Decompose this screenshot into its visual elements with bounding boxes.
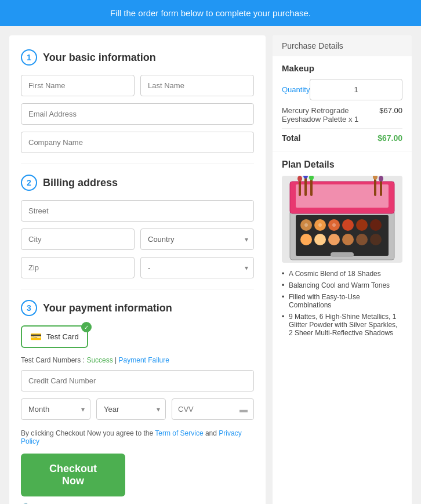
quantity-input[interactable] xyxy=(310,79,402,100)
card-option[interactable]: 💳 Test Card ✓ xyxy=(21,325,88,348)
svg-point-23 xyxy=(342,234,354,245)
state-select-wrapper: - ▾ xyxy=(140,257,254,278)
section1-number: 1 xyxy=(21,49,37,66)
section1-title: Your basic information xyxy=(43,52,156,64)
svg-point-26 xyxy=(304,223,308,227)
section3-number: 3 xyxy=(21,300,37,316)
test-card-note: Test Card Numbers : Success | Payment Fa… xyxy=(21,356,254,364)
street-group xyxy=(21,200,254,222)
zip-state-row: - ▾ xyxy=(21,257,254,278)
zip-group xyxy=(21,257,135,278)
feature-item: 9 Mattes, 6 High-Shine Metallics, 1 Glit… xyxy=(282,313,402,337)
success-link[interactable]: Success xyxy=(86,356,112,364)
first-name-group xyxy=(21,75,135,96)
purchase-details-title: Purchase Details xyxy=(273,35,412,56)
first-name-input[interactable] xyxy=(21,75,135,96)
svg-rect-29 xyxy=(331,252,354,257)
zip-input[interactable] xyxy=(21,257,135,278)
top-banner: Fill the order form below to complete yo… xyxy=(0,0,421,26)
state-select[interactable]: - xyxy=(140,257,254,278)
item-price: $67.00 xyxy=(379,106,402,124)
last-name-input[interactable] xyxy=(140,75,254,96)
company-input[interactable] xyxy=(21,132,254,153)
makeup-svg xyxy=(282,176,402,263)
last-name-group xyxy=(140,75,254,96)
svg-point-28 xyxy=(332,223,336,227)
svg-point-18 xyxy=(356,219,368,231)
svg-point-27 xyxy=(318,223,322,227)
city-input[interactable] xyxy=(21,229,135,250)
month-select-wrapper: Month January February March April May J… xyxy=(21,398,90,420)
company-group xyxy=(21,132,254,153)
order-form: 1 Your basic information xyxy=(9,35,266,504)
card-check-icon: ✓ xyxy=(81,322,92,332)
card-label: Test Card xyxy=(46,332,79,341)
plan-details: Plan Details xyxy=(273,151,412,349)
total-row: Total $67.00 xyxy=(282,128,402,143)
svg-point-19 xyxy=(370,219,382,231)
total-price: $67.00 xyxy=(378,133,402,143)
section3-title: Your payment information xyxy=(43,302,172,314)
country-select[interactable]: Country United States United Kingdom Can… xyxy=(140,229,254,250)
product-image xyxy=(282,176,402,263)
section2-title: Billing address xyxy=(43,177,118,189)
credit-card-row xyxy=(21,370,254,391)
email-group xyxy=(21,103,254,125)
quantity-label: Quantity xyxy=(282,85,310,94)
credit-card-group xyxy=(21,370,254,391)
city-country-row: Country United States United Kingdom Can… xyxy=(21,229,254,250)
section3-header: 3 Your payment information xyxy=(21,300,254,316)
section1-header: 1 Your basic information xyxy=(21,49,254,66)
svg-rect-5 xyxy=(304,176,307,196)
failure-link[interactable]: Payment Failure xyxy=(119,356,169,364)
item-description: Mercury Retrograde Eyeshadow Palette x 1 xyxy=(282,106,379,124)
svg-point-25 xyxy=(370,234,382,245)
svg-point-6 xyxy=(303,176,308,179)
city-group xyxy=(21,229,135,250)
terms-link[interactable]: Term of Service xyxy=(155,429,203,437)
feature-item: A Cosmic Blend of 18 Shades xyxy=(282,270,402,278)
purchase-details: Purchase Details Makeup Quantity Mercury… xyxy=(273,35,412,151)
country-select-wrapper: Country United States United Kingdom Can… xyxy=(140,229,254,250)
right-panel: Purchase Details Makeup Quantity Mercury… xyxy=(273,35,412,504)
svg-point-10 xyxy=(373,176,378,180)
and-text: and xyxy=(205,429,219,437)
quantity-row: Quantity xyxy=(282,79,402,100)
svg-point-20 xyxy=(300,234,312,245)
section2-number: 2 xyxy=(21,175,37,191)
total-label: Total xyxy=(282,133,300,143)
banner-text: Fill the order form below to complete yo… xyxy=(110,8,311,18)
cvv-card-icon: ▬ xyxy=(239,405,248,414)
terms-prefix: By clicking Checkout Now you agree to th… xyxy=(21,429,155,437)
name-row xyxy=(21,75,254,96)
cvv-input[interactable] xyxy=(178,399,236,419)
credit-card-icon: 💳 xyxy=(30,331,42,342)
street-input[interactable] xyxy=(21,200,254,222)
street-row xyxy=(21,200,254,222)
product-name: Makeup xyxy=(282,63,402,73)
month-select[interactable]: Month January February March April May J… xyxy=(21,398,90,420)
feature-item: Balancing Cool and Warm Tones xyxy=(282,281,402,289)
item-row: Mercury Retrograde Eyeshadow Palette x 1… xyxy=(282,106,402,124)
expiry-row: Month January February March April May J… xyxy=(21,398,254,420)
test-card-text: Test Card Numbers : xyxy=(21,356,85,364)
terms-row: By clicking Checkout Now you agree to th… xyxy=(21,429,254,445)
svg-point-8 xyxy=(309,176,314,180)
svg-point-12 xyxy=(379,176,383,182)
svg-point-17 xyxy=(342,219,354,231)
cvv-wrapper: ▬ xyxy=(172,398,254,420)
checkout-button[interactable]: Checkout Now xyxy=(21,454,125,496)
year-select[interactable]: Year 2024 2025 2026 2027 2028 xyxy=(96,398,166,420)
credit-card-input[interactable] xyxy=(21,370,254,391)
email-input[interactable] xyxy=(21,103,254,125)
svg-point-22 xyxy=(328,234,340,245)
feature-item: Filled with Easy-to-Use Combinations xyxy=(282,293,402,309)
section2-header: 2 Billing address xyxy=(21,175,254,191)
email-row xyxy=(21,103,254,125)
svg-point-24 xyxy=(356,234,368,245)
year-select-wrapper: Year 2024 2025 2026 2027 2028 ▾ xyxy=(96,398,166,420)
svg-point-4 xyxy=(297,176,302,182)
feature-list: A Cosmic Blend of 18 ShadesBalancing Coo… xyxy=(282,270,402,337)
company-row xyxy=(21,132,254,153)
svg-point-21 xyxy=(314,234,326,245)
